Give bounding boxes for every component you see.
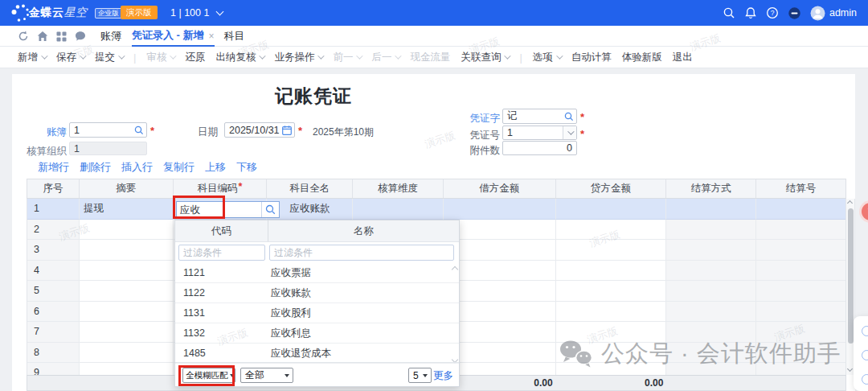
popup-account-row[interactable]: 1131应收股利 <box>175 303 459 323</box>
date-input[interactable]: 2025/10/31 <box>224 122 295 138</box>
toolbar-button[interactable]: 关联查询 <box>461 51 509 64</box>
book-input[interactable]: 1 <box>69 122 147 138</box>
toolbar-button[interactable]: 新增 <box>18 51 46 64</box>
grid-cell[interactable] <box>756 261 845 282</box>
grid-cell[interactable] <box>756 302 845 323</box>
grid-cell[interactable] <box>444 281 556 302</box>
side-panel-icon-1[interactable] <box>862 326 868 336</box>
home-icon[interactable] <box>37 31 48 42</box>
tab-3[interactable]: 科目 <box>224 26 245 47</box>
refresh-icon[interactable] <box>18 31 29 42</box>
org-selector-chevron-icon[interactable] <box>216 8 224 16</box>
grid-cell[interactable] <box>80 220 174 241</box>
side-float-panel[interactable] <box>854 316 868 391</box>
toolbar-button[interactable]: 自动计算 <box>571 51 612 64</box>
grid-cell[interactable] <box>444 220 556 241</box>
attachments-input[interactable]: 0 <box>502 141 577 155</box>
grid-cell[interactable] <box>666 199 756 220</box>
grid-cell[interactable] <box>756 220 845 241</box>
grid-cell[interactable] <box>444 322 556 343</box>
message-icon[interactable] <box>75 31 86 42</box>
grid-cell[interactable]: 3 <box>27 240 80 261</box>
voucher-word-search-icon[interactable] <box>564 112 574 121</box>
scroll-up-icon[interactable] <box>847 200 853 206</box>
grid-cell[interactable] <box>556 363 667 375</box>
grid-cell[interactable]: 8 <box>27 343 80 364</box>
grid-cell[interactable]: 5 <box>27 281 80 302</box>
side-panel-icon-2[interactable] <box>862 350 868 360</box>
row-action-1[interactable]: 新增行 <box>38 160 69 175</box>
grid-cell[interactable] <box>556 343 667 364</box>
grid-cell[interactable] <box>556 199 667 220</box>
toolbar-button[interactable]: 出纳复核 <box>215 51 264 64</box>
username[interactable]: admin <box>829 7 857 19</box>
calendar-icon[interactable] <box>282 126 292 135</box>
grid-cell[interactable] <box>756 363 845 375</box>
toolbar-button[interactable]: 业务操作 <box>274 51 322 64</box>
popup-account-code[interactable]: 1132 <box>175 323 271 343</box>
book-search-icon[interactable] <box>134 126 144 135</box>
side-panel-icon-3[interactable] <box>862 374 868 385</box>
tab-label[interactable]: 科目 <box>224 29 245 43</box>
popup-account-name[interactable]: 应收利息 <box>271 323 459 343</box>
grid-cell[interactable] <box>80 322 174 343</box>
toolbar-button[interactable]: 退出 <box>673 51 693 64</box>
toolbar-button[interactable]: 体验新版 <box>622 51 662 64</box>
popup-account-name[interactable]: 应收股利 <box>271 303 459 323</box>
grid-cell[interactable]: 4 <box>27 261 80 282</box>
popup-account-row[interactable]: 1122应收账款 <box>175 283 459 303</box>
grid-row-1[interactable]: 1提现应收账款 <box>27 199 845 220</box>
row-action-3[interactable]: 插入行 <box>121 160 153 175</box>
grid-cell[interactable]: 提现 <box>80 199 174 220</box>
popup-more-link[interactable]: 更多 <box>433 369 453 383</box>
grid-cell[interactable] <box>80 302 174 323</box>
grid-cell[interactable] <box>556 220 667 241</box>
apps-grid-icon[interactable] <box>56 31 67 42</box>
notification-bell-icon[interactable] <box>744 6 757 19</box>
grid-cell[interactable] <box>666 281 756 302</box>
popup-account-code[interactable]: 1122 <box>175 283 271 303</box>
grid-cell[interactable] <box>756 240 845 261</box>
grid-cell[interactable]: 2 <box>27 220 80 241</box>
grid-cell[interactable] <box>666 302 756 323</box>
popup-page-size-select[interactable]: 5 <box>408 368 432 383</box>
toolbar-button[interactable]: 保存 <box>56 51 84 64</box>
popup-filter-code-input[interactable]: 过滤条件 <box>178 245 265 261</box>
grid-cell[interactable] <box>666 220 756 241</box>
grid-cell[interactable]: 9 <box>27 363 80 375</box>
grid-cell[interactable] <box>666 261 756 282</box>
scroll-down-icon[interactable] <box>847 366 853 372</box>
voucher-no-select[interactable]: 1 <box>502 126 577 140</box>
help-icon[interactable]: ? <box>766 6 779 19</box>
grid-cell[interactable] <box>756 199 845 220</box>
grid-cell[interactable]: 7 <box>27 322 80 343</box>
grid-cell[interactable] <box>80 363 174 375</box>
grid-cell[interactable] <box>756 322 845 343</box>
grid-cell[interactable] <box>556 281 667 302</box>
grid-cell[interactable] <box>444 199 556 220</box>
toolbar-button[interactable]: 选项 <box>533 51 561 64</box>
grid-cell[interactable] <box>353 199 444 220</box>
tab-2[interactable]: 凭证录入 - 新增× <box>132 26 215 47</box>
tab-1[interactable]: 账簿 <box>100 26 121 47</box>
grid-cell[interactable] <box>666 343 756 364</box>
grid-cell[interactable] <box>756 281 845 302</box>
toolbar-button[interactable]: 提交 <box>95 51 123 64</box>
popup-account-row[interactable]: 1121应收票据 <box>175 263 459 283</box>
grid-cell[interactable] <box>444 240 556 261</box>
popup-account-name[interactable]: 应收账款 <box>271 283 459 303</box>
grid-cell[interactable]: 1 <box>27 199 80 220</box>
scrollbar-thumb[interactable] <box>848 208 854 344</box>
grid-cell[interactable] <box>80 343 174 364</box>
grid-cell[interactable] <box>444 343 556 364</box>
grid-cell[interactable] <box>444 302 556 323</box>
popup-account-name[interactable]: 应收票据 <box>271 263 459 282</box>
popup-account-name[interactable]: 应收退货成本 <box>271 344 459 363</box>
grid-cell[interactable] <box>666 363 756 375</box>
tab-close-icon[interactable]: × <box>209 31 215 42</box>
grid-cell[interactable] <box>80 261 174 282</box>
tab-label[interactable]: 账簿 <box>100 29 121 43</box>
grid-cell[interactable] <box>756 343 845 364</box>
grid-cell[interactable] <box>444 363 556 375</box>
grid-cell[interactable] <box>556 240 667 261</box>
